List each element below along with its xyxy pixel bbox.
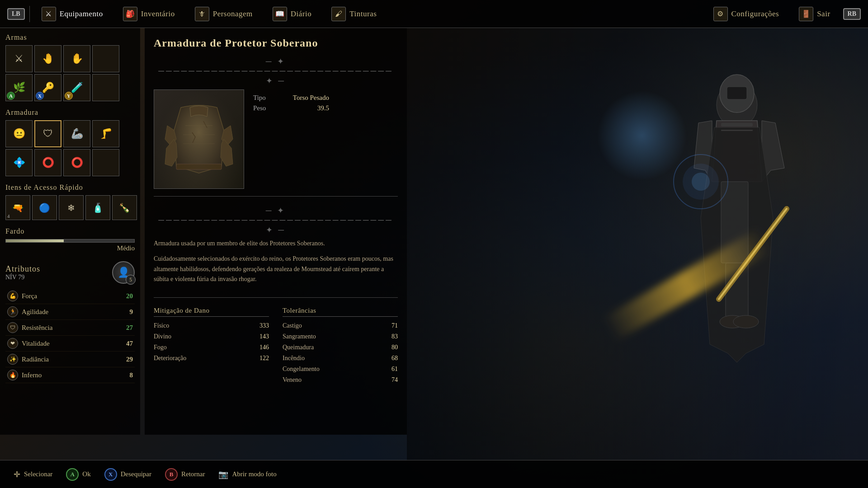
weight-value: 39.5 bbox=[317, 104, 329, 112]
tol-label-sangramento: Sangramento bbox=[283, 333, 316, 340]
character-avatar: 👤 5 bbox=[112, 261, 135, 284]
qa-slot-1[interactable]: 🔫 4 bbox=[5, 195, 30, 220]
btn-a[interactable]: A bbox=[66, 468, 79, 481]
attr-row-forca[interactable]: 💪 Força 20 bbox=[5, 288, 135, 304]
selecionar-label: Selecionar bbox=[24, 470, 52, 478]
damage-label-fisico: Físico bbox=[154, 322, 169, 329]
svg-rect-12 bbox=[721, 123, 753, 127]
item-visual-row: Tipo Torso Pesado Peso 39.5 bbox=[154, 89, 398, 197]
armor-slot-ring1[interactable]: 💠 bbox=[5, 149, 33, 176]
armor-slot-torso[interactable]: 🛡 bbox=[34, 120, 61, 147]
qa-slot-4[interactable]: 🧴 bbox=[85, 195, 110, 220]
armor-slot-legs[interactable]: 🦵 bbox=[92, 120, 119, 147]
attr-row-radiancia[interactable]: ✨ Radiância 29 bbox=[5, 352, 135, 367]
fardo-fill bbox=[6, 239, 64, 242]
tol-label-castigo: Castigo bbox=[283, 322, 302, 329]
tol-val-castigo: 71 bbox=[380, 322, 398, 329]
fardo-title: Fardo bbox=[5, 227, 135, 235]
top-navigation: LB ⚔ Equipamento 🎒 Inventário 🗡 Personag… bbox=[0, 0, 868, 28]
personagem-icon: 🗡 bbox=[195, 7, 209, 21]
lb-button[interactable]: LB bbox=[7, 8, 25, 20]
item-image bbox=[154, 89, 244, 189]
ok-label: Ok bbox=[82, 470, 90, 478]
fardo-level: Médio bbox=[117, 244, 135, 252]
nav-item-inventario[interactable]: 🎒 Inventário bbox=[113, 0, 185, 28]
weapon-slot-4[interactable] bbox=[92, 45, 119, 72]
tol-val-veneno: 74 bbox=[380, 376, 398, 384]
nav-item-personagem[interactable]: 🗡 Personagem bbox=[185, 0, 263, 28]
weapon-slot-7[interactable]: 🧪 Y bbox=[63, 74, 90, 101]
btn-b[interactable]: B bbox=[165, 468, 178, 481]
nav-item-sair[interactable]: 🚪 Sair bbox=[789, 0, 840, 28]
tol-val-sangramento: 83 bbox=[380, 333, 398, 340]
weight-label: Peso bbox=[253, 104, 266, 112]
inventario-icon: 🎒 bbox=[123, 7, 137, 21]
vitalidade-value: 47 bbox=[119, 340, 133, 347]
weapon-slot-2[interactable]: 🤚 bbox=[34, 45, 61, 72]
attr-row-vitalidade[interactable]: ❤ Vitalidade 47 bbox=[5, 336, 135, 352]
qa-slot-3[interactable]: ❄ bbox=[59, 195, 84, 220]
weapon-slot-1[interactable]: ⚔ bbox=[5, 45, 33, 72]
btn-x[interactable]: X bbox=[104, 468, 117, 481]
slot-badge-y: Y bbox=[65, 92, 73, 100]
desequipar-label: Desequipar bbox=[121, 470, 151, 478]
tol-row-queimadura: Queimadura 80 bbox=[283, 342, 398, 353]
photo-icon: 📷 bbox=[218, 469, 228, 479]
svg-rect-2 bbox=[727, 87, 747, 99]
armor-slot-empty[interactable] bbox=[92, 149, 119, 176]
attr-row-inferno[interactable]: 🔥 Inferno 8 bbox=[5, 367, 135, 383]
weapon-slot-6[interactable]: 🔑 X bbox=[34, 74, 61, 101]
armor-slot-arms[interactable]: 🦾 bbox=[63, 120, 90, 147]
qa-slot-2[interactable]: 🔵 bbox=[32, 195, 57, 220]
attr-row-agilidade[interactable]: 🏃 Agilidade 9 bbox=[5, 304, 135, 320]
armor-slot-head[interactable]: 😐 bbox=[5, 120, 33, 147]
weapon-slot-5[interactable]: 🌿 A bbox=[5, 74, 33, 101]
stat-type-row: Tipo Torso Pesado bbox=[253, 94, 329, 102]
rb-button[interactable]: RB bbox=[843, 8, 861, 20]
nav-item-configuracoes[interactable]: ⚙ Configurações bbox=[703, 0, 789, 28]
inferno-value: 8 bbox=[119, 371, 133, 379]
action-selecionar: ✛ Selecionar bbox=[14, 469, 52, 479]
bottom-bar: ✛ Selecionar A Ok X Desequipar B Retorna… bbox=[0, 460, 868, 488]
vitalidade-label: Vitalidade bbox=[22, 340, 116, 347]
radiancia-label: Radiância bbox=[22, 356, 116, 363]
character-preview-area bbox=[407, 28, 868, 462]
nav-item-equipamento[interactable]: ⚔ Equipamento bbox=[32, 0, 113, 28]
damage-row-deterioracao: Deterioração 122 bbox=[154, 353, 269, 364]
agilidade-icon: 🏃 bbox=[7, 306, 18, 317]
nav-item-diario[interactable]: 📖 Diário bbox=[263, 0, 321, 28]
attr-row-resistencia[interactable]: 🛡 Resistência 27 bbox=[5, 320, 135, 336]
main-panel: Armadura de Protetor Soberano ─ ✦ ──────… bbox=[145, 28, 407, 435]
resistencia-value: 27 bbox=[119, 324, 133, 332]
nav-label-equipamento: Equipamento bbox=[60, 9, 103, 19]
damage-row-fisico: Físico 333 bbox=[154, 320, 269, 331]
diario-icon: 📖 bbox=[273, 7, 287, 21]
damage-mitigation-title: Mitigação de Dano bbox=[154, 307, 269, 317]
item-stats: Tipo Torso Pesado Peso 39.5 bbox=[253, 89, 329, 189]
armor-slot-ring3[interactable]: ⭕ bbox=[63, 149, 90, 176]
nav-item-tinturas[interactable]: 🖌 Tinturas bbox=[321, 0, 387, 28]
slot-badge-x: X bbox=[36, 92, 44, 100]
tol-label-queimadura: Queimadura bbox=[283, 344, 314, 351]
weapon-slot-3[interactable]: ✋ bbox=[63, 45, 90, 72]
action-desequipar: X Desequipar bbox=[104, 468, 151, 481]
armas-title: Armas bbox=[5, 33, 135, 42]
item-title: Armadura de Protetor Soberano bbox=[154, 37, 398, 49]
armadura-grid: 😐 🛡 🦾 🦵 💠 ⭕ ⭕ bbox=[5, 120, 135, 176]
svg-rect-17 bbox=[176, 164, 222, 169]
stats-tables: Mitigação de Dano Físico 333 Divino 143 … bbox=[154, 307, 398, 385]
tol-label-congelamento: Congelamento bbox=[283, 366, 320, 373]
weapon-slot-8[interactable] bbox=[92, 74, 119, 101]
qa-slot-5[interactable]: 🍾 bbox=[112, 195, 137, 220]
armor-slot-ring2[interactable]: ⭕ bbox=[34, 149, 61, 176]
damage-val-fogo: 146 bbox=[251, 344, 269, 351]
selecionar-icon: ✛ bbox=[14, 469, 20, 479]
radiancia-value: 29 bbox=[119, 356, 133, 363]
fardo-section: Fardo Médio bbox=[5, 227, 135, 252]
type-value: Torso Pesado bbox=[293, 94, 329, 102]
tol-row-sangramento: Sangramento 83 bbox=[283, 331, 398, 342]
tolerances-table: Tolerâncias Castigo 71 Sangramento 83 Qu… bbox=[283, 307, 398, 385]
attributes-level: NÍV 79 bbox=[5, 274, 107, 281]
qa-count-1: 4 bbox=[7, 213, 10, 219]
equipamento-icon: ⚔ bbox=[42, 7, 56, 21]
